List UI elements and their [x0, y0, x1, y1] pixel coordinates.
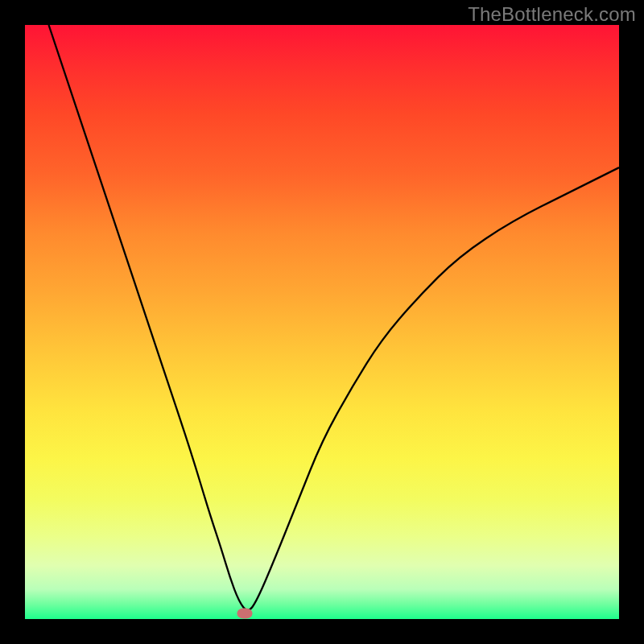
bottleneck-curve	[25, 25, 619, 619]
watermark-text: TheBottleneck.com	[468, 3, 636, 26]
plot-area	[25, 25, 619, 619]
curve-path	[49, 25, 619, 610]
chart-frame: TheBottleneck.com	[0, 0, 644, 644]
optimal-point-marker	[237, 608, 253, 618]
